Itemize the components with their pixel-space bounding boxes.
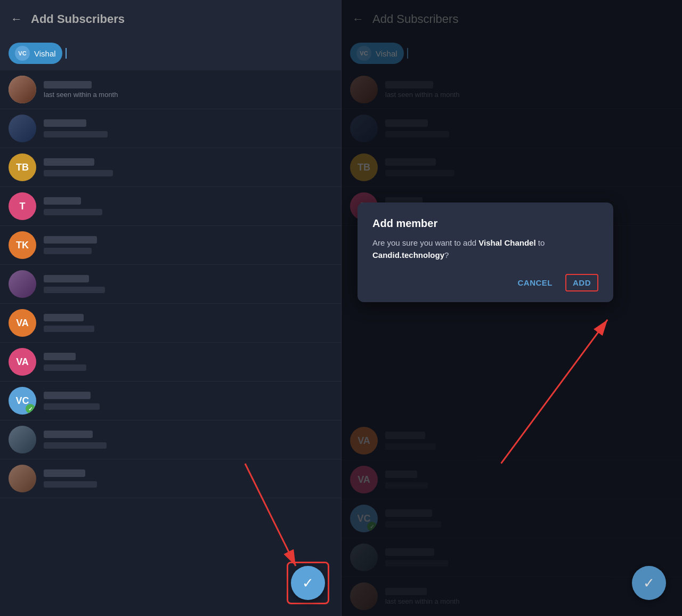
contact-info — [44, 353, 332, 371]
contact-info — [44, 275, 332, 293]
contact-name — [44, 353, 332, 360]
avatar: T — [9, 192, 36, 220]
list-item[interactable]: VA — [0, 304, 341, 343]
list-item[interactable]: TB — [0, 148, 341, 187]
avatar: VC ✓ — [9, 387, 36, 415]
right-panel: ← Add Subscribers VC Vishal last seen wi… — [341, 0, 682, 616]
list-item[interactable] — [0, 459, 341, 498]
contact-info — [44, 119, 332, 137]
contact-name — [44, 158, 332, 166]
chip-avatar: VC — [15, 46, 30, 61]
search-bar[interactable]: VC Vishal — [0, 38, 341, 70]
contact-name — [44, 469, 332, 477]
avatar — [9, 465, 36, 492]
back-button[interactable]: ← — [11, 12, 22, 26]
add-button[interactable]: ADD — [565, 274, 598, 291]
contact-name — [44, 431, 332, 438]
list-item[interactable]: VC ✓ — [0, 382, 341, 420]
list-item[interactable]: VA — [0, 343, 341, 382]
avatar: VA — [9, 348, 36, 376]
contact-info — [44, 392, 332, 410]
contact-list: last seen within a month TB — [0, 70, 341, 616]
avatar — [9, 115, 36, 142]
contact-name — [44, 81, 332, 88]
contact-info — [44, 314, 332, 332]
confirm-fab-right[interactable]: ✓ — [632, 566, 666, 600]
dialog-body: Are you sure you want to add Vishal Chan… — [372, 237, 598, 261]
list-item[interactable] — [0, 420, 341, 459]
dialog-title: Add member — [372, 217, 598, 230]
contact-status: last seen within a month — [44, 91, 332, 99]
list-item[interactable]: T — [0, 187, 341, 226]
avatar — [9, 270, 36, 298]
avatar — [9, 76, 36, 103]
checkmark-icon: ✓ — [302, 575, 314, 591]
contact-name — [44, 314, 332, 321]
list-item[interactable] — [0, 109, 341, 148]
checkmark-icon: ✓ — [643, 575, 655, 591]
selected-badge: ✓ — [26, 404, 35, 414]
contact-info: last seen within a month — [44, 81, 332, 99]
cancel-button[interactable]: CANCEL — [514, 275, 557, 290]
contact-name — [44, 197, 332, 205]
contact-name — [44, 236, 332, 244]
page-title: Add Subscribers — [31, 12, 125, 26]
avatar: TK — [9, 231, 36, 259]
avatar: TB — [9, 153, 36, 181]
contact-info — [44, 236, 332, 254]
contact-name — [44, 275, 332, 282]
dialog-actions: CANCEL ADD — [372, 274, 598, 291]
list-item[interactable] — [0, 265, 341, 304]
contact-name — [44, 119, 332, 127]
contact-info — [44, 469, 332, 488]
contact-info — [44, 158, 332, 176]
contact-info — [44, 197, 332, 215]
chip-name: Vishal — [34, 49, 56, 58]
list-item[interactable]: last seen within a month — [0, 70, 341, 109]
avatar: VA — [9, 309, 36, 337]
dialog-overlay: Add member Are you sure you want to add … — [342, 0, 682, 616]
left-header: ← Add Subscribers — [0, 0, 341, 38]
contact-name — [44, 392, 332, 399]
left-panel: ← Add Subscribers VC Vishal last seen wi… — [0, 0, 341, 616]
selected-chip: VC Vishal — [9, 43, 62, 64]
list-item[interactable]: TK — [0, 226, 341, 265]
confirm-fab[interactable]: ✓ — [291, 566, 325, 600]
text-cursor — [66, 48, 67, 59]
contact-info — [44, 431, 332, 449]
avatar — [9, 426, 36, 453]
add-member-dialog: Add member Are you sure you want to add … — [358, 202, 613, 302]
